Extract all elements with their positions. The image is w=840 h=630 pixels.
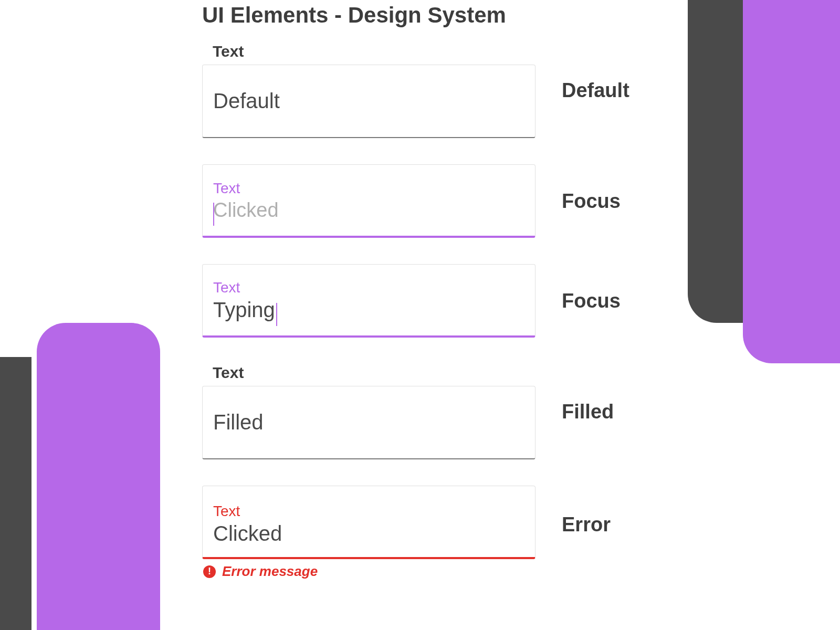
state-label-filled: Filled bbox=[562, 401, 614, 423]
error-message-text: Error message bbox=[222, 563, 318, 580]
field-label-default: Text bbox=[213, 43, 536, 60]
field-label-focus-typing: Text bbox=[203, 274, 535, 296]
text-input-filled[interactable]: Filled bbox=[202, 386, 536, 459]
state-label-error: Error bbox=[562, 513, 611, 536]
input-placeholder-focus: Clicked bbox=[213, 197, 279, 222]
page-title: UI Elements - Design System bbox=[202, 3, 675, 28]
text-input-focus-typing[interactable]: Text Typing bbox=[202, 264, 536, 338]
field-row-focus-empty: Text Clicked Focus bbox=[202, 164, 675, 238]
field-row-default: Text Default Default bbox=[202, 43, 675, 138]
error-message-row: ! Error message bbox=[203, 563, 536, 580]
state-label-default: Default bbox=[562, 79, 629, 102]
error-icon: ! bbox=[203, 565, 216, 578]
field-label-focus-empty: Text bbox=[203, 175, 535, 197]
input-value-error: Clicked bbox=[203, 520, 535, 545]
decorative-shape-purple-left bbox=[37, 323, 160, 630]
input-placeholder-default: Default bbox=[203, 89, 280, 113]
field-label-error: Text bbox=[203, 498, 535, 520]
state-label-focus-empty: Focus bbox=[562, 190, 621, 213]
field-label-filled: Text bbox=[213, 364, 536, 382]
field-row-filled: Text Filled Filled bbox=[202, 364, 675, 459]
field-row-error: Text Clicked ! Error message Error bbox=[202, 486, 675, 580]
input-value-typing: Typing bbox=[203, 296, 275, 322]
caret-icon bbox=[276, 303, 277, 326]
field-row-focus-typing: Text Typing Focus bbox=[202, 264, 675, 338]
text-input-default[interactable]: Default bbox=[202, 65, 536, 138]
decorative-shape-dark-left bbox=[0, 357, 32, 630]
content-area: UI Elements - Design System Text Default… bbox=[202, 3, 675, 580]
state-label-focus-typing: Focus bbox=[562, 290, 621, 312]
text-input-focus-empty[interactable]: Text Clicked bbox=[202, 164, 536, 238]
text-input-error[interactable]: Text Clicked bbox=[202, 486, 536, 559]
input-value-filled: Filled bbox=[203, 411, 264, 434]
decorative-shape-purple-right bbox=[743, 0, 840, 363]
